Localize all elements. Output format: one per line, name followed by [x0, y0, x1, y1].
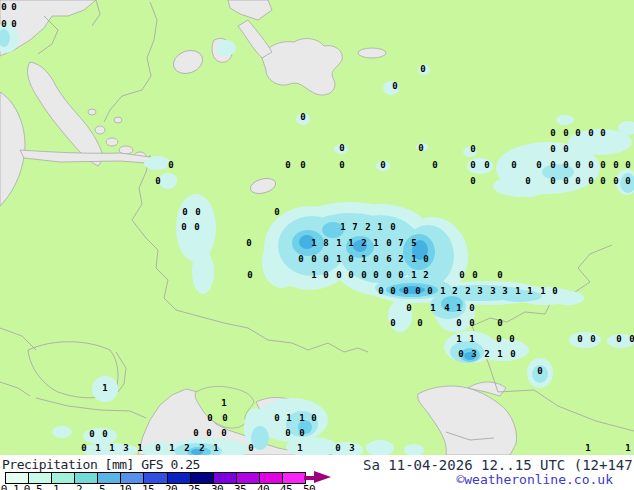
precip-value: 0: [373, 271, 378, 280]
precip-value: 0: [600, 129, 605, 138]
precip-value: 0: [274, 208, 279, 217]
precip-value: 2: [398, 255, 403, 264]
precip-value: 0: [420, 65, 425, 74]
precip-value: 0: [600, 177, 605, 186]
precip-value: 0: [194, 223, 199, 232]
precip-value: 7: [352, 223, 357, 232]
scale-arrow-icon: [314, 471, 331, 483]
precip-value: 0: [323, 255, 328, 264]
precip-value: 0: [182, 208, 187, 217]
precip-value: 0: [181, 223, 186, 232]
precip-value: 0: [247, 271, 252, 280]
precip-value: 0: [81, 444, 86, 453]
weather-map-page: 0000000000000000000000000000000000000000…: [0, 0, 634, 490]
scale-segment: [98, 473, 121, 483]
precip-value: 1: [169, 444, 174, 453]
precip-value: 0: [299, 429, 304, 438]
scale-segment: [144, 473, 167, 483]
precip-value: 1: [340, 223, 345, 232]
precip-value: 0: [168, 161, 173, 170]
precip-value: 0: [398, 271, 403, 280]
legend-bar: Precipitation [mm] GFS 0.25 Sa 11-04-202…: [0, 455, 634, 490]
precip-value: 4: [444, 304, 449, 313]
precip-value: 2: [184, 444, 189, 453]
precip-value: 1: [585, 444, 590, 453]
precip-value: 0: [459, 271, 464, 280]
precip-value: 0: [390, 223, 395, 232]
precip-value: 0: [335, 444, 340, 453]
precip-value: 0: [550, 145, 555, 154]
precip-value: 2: [452, 287, 457, 296]
precip-value: 2: [423, 271, 428, 280]
precip-value: 1: [411, 255, 416, 264]
precip-value: 0: [392, 82, 397, 91]
legend-title: Precipitation [mm] GFS 0.25: [2, 457, 200, 472]
scale-tick-label: 0.1: [1, 483, 19, 490]
precip-value: 0: [339, 144, 344, 153]
precip-value: 0: [361, 271, 366, 280]
precip-value: 0: [221, 429, 226, 438]
scale-segment: [237, 473, 260, 483]
scale-segment: [29, 473, 52, 483]
precip-value: 0: [575, 129, 580, 138]
scale-tick-labels: 0.10.5125101520253035404550: [0, 483, 634, 490]
precip-value: 1: [336, 255, 341, 264]
precip-value: 0: [415, 287, 420, 296]
precip-value: 0: [206, 429, 211, 438]
precip-value: 0: [472, 271, 477, 280]
precip-value: 1: [377, 223, 382, 232]
precip-value: 0: [600, 161, 605, 170]
precip-value: 0: [458, 350, 463, 359]
precip-value: 3: [477, 287, 482, 296]
precip-value: 0: [575, 177, 580, 186]
precip-value: 1: [102, 384, 107, 393]
precip-value: 1: [456, 304, 461, 313]
scale-tick-label: 20: [165, 483, 177, 490]
precip-value: 0: [577, 335, 582, 344]
scale-segment: [214, 473, 237, 483]
precip-value: 0: [418, 144, 423, 153]
scale-segment: [191, 473, 214, 483]
scale-tick-label: 5: [99, 483, 105, 490]
precip-value: 1: [297, 444, 302, 453]
precip-value: 1: [311, 271, 316, 280]
precip-value: 0: [89, 430, 94, 439]
scale-segment: [260, 473, 283, 483]
precip-value: 0: [348, 271, 353, 280]
scale-tick-label: 30: [211, 483, 223, 490]
precip-value: 0: [193, 429, 198, 438]
precip-value: 1: [373, 239, 378, 248]
precip-value: 0: [470, 177, 475, 186]
precip-value: 0: [386, 271, 391, 280]
precip-value: 3: [349, 444, 354, 453]
precip-value: 1: [540, 287, 545, 296]
precip-value: 1: [221, 399, 226, 408]
precip-value: 2: [484, 350, 489, 359]
precip-value: 0: [525, 177, 530, 186]
precip-value: 2: [365, 223, 370, 232]
precip-value: 0: [575, 161, 580, 170]
precip-value: 0: [470, 145, 475, 154]
precip-value: 0: [427, 287, 432, 296]
precip-value: 1: [361, 255, 366, 264]
precip-value: 0: [423, 255, 428, 264]
precip-value: 0: [550, 161, 555, 170]
precip-value: 0: [613, 161, 618, 170]
precip-value: 0: [274, 414, 279, 423]
precip-value: 6: [386, 255, 391, 264]
precip-value: 1: [286, 414, 291, 423]
precip-value: 0: [496, 335, 501, 344]
precip-value: 3: [490, 287, 495, 296]
precip-value: 0: [155, 177, 160, 186]
precip-value: 8: [323, 239, 328, 248]
scale-tick-label: 1: [53, 483, 59, 490]
precip-value: 1: [515, 287, 520, 296]
precip-value: 0: [1, 20, 6, 29]
precip-value: 2: [465, 287, 470, 296]
precip-value: 0: [336, 271, 341, 280]
precip-value: 0: [588, 161, 593, 170]
precip-value-layer: 0000000000000000000000000000000000000000…: [0, 0, 634, 455]
precip-value: 0: [629, 335, 634, 344]
precip-value: 0: [432, 161, 437, 170]
precip-value: 1: [456, 335, 461, 344]
